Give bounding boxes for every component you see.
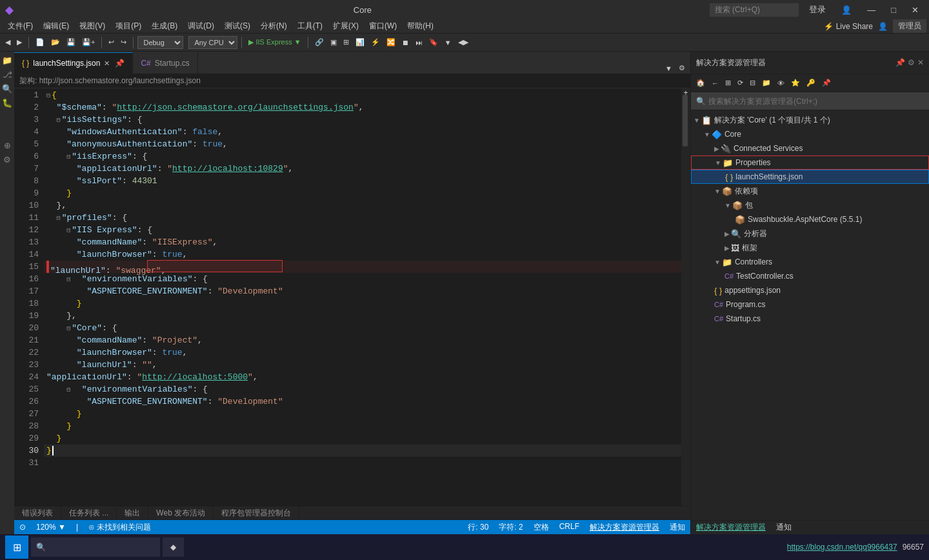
tree-arrow-core[interactable]: ▼ xyxy=(704,131,710,138)
status-col[interactable]: 字符: 2 xyxy=(499,522,523,533)
status-encoding[interactable]: CRLF xyxy=(559,522,579,533)
toolbar-more1[interactable]: ▣ xyxy=(328,37,339,48)
toolbar-more4[interactable]: ⚡ xyxy=(368,37,383,48)
close-button[interactable]: ✕ xyxy=(906,4,924,16)
sidebar-icon-git[interactable]: ⎇ xyxy=(1,68,13,80)
bottom-tab-errors[interactable]: 错误列表 xyxy=(14,506,61,519)
sidebar-icon-git2[interactable]: ⊕ xyxy=(1,139,13,151)
tree-testcontroller[interactable]: C# TestController.cs xyxy=(691,269,929,283)
tab-startup[interactable]: C# Startup.cs xyxy=(133,52,197,74)
tree-swashbuckle[interactable]: 📦 Swashbuckle.AspNetCore (5.5.1) xyxy=(691,212,929,226)
toolbar-more8[interactable]: 🔖 xyxy=(426,37,441,48)
admin-label[interactable]: 管理员 xyxy=(893,19,926,33)
toolbar-open[interactable]: 📂 xyxy=(48,37,63,48)
taskbar-start-button[interactable]: ⊞ xyxy=(5,535,28,559)
tree-arrow-properties[interactable]: ▼ xyxy=(715,159,721,166)
sol-tb-refresh[interactable]: ⟳ xyxy=(735,77,746,88)
fold-icon-6[interactable]: ⊟ xyxy=(66,151,70,163)
tree-arrow-analyzers[interactable]: ▶ xyxy=(724,230,730,237)
sidebar-icon-debug[interactable]: 🐛 xyxy=(1,97,13,108)
sol-tb-home[interactable]: 🏠 xyxy=(694,77,708,88)
toolbar-undo[interactable]: ↩ xyxy=(106,37,117,48)
minimize-button[interactable]: — xyxy=(862,4,881,16)
menu-help[interactable]: 帮助(H) xyxy=(402,19,439,33)
tree-frameworks[interactable]: ▶ 🖼 框架 xyxy=(691,241,929,255)
tab-pin-launch[interactable]: 📌 xyxy=(115,59,125,68)
toolbar-attach[interactable]: 🔗 xyxy=(312,37,326,48)
tab-new-btn[interactable]: ▼ xyxy=(663,63,675,74)
live-share-toolbar-btn[interactable]: ⚡ Live Share xyxy=(824,22,873,31)
toolbar-more7[interactable]: ⏭ xyxy=(413,37,425,48)
menu-view[interactable]: 视图(V) xyxy=(74,19,110,33)
toolbar-more2[interactable]: ⊞ xyxy=(341,37,352,48)
sol-close-btn[interactable]: ✕ xyxy=(917,58,924,67)
toolbar-save-all[interactable]: 💾+ xyxy=(79,37,97,48)
bottom-tab-tasks[interactable]: 任务列表 ... xyxy=(61,506,117,519)
toolbar-save[interactable]: 💾 xyxy=(64,37,78,48)
debug-config-dropdown[interactable]: Debug Release xyxy=(137,36,183,49)
editor-plus-btn[interactable]: + xyxy=(681,88,690,97)
menu-edit[interactable]: 编辑(E) xyxy=(38,19,74,33)
fold-icon-12[interactable]: ⊟ xyxy=(66,225,70,237)
menu-file[interactable]: 文件(F) xyxy=(3,19,38,33)
taskbar-search[interactable]: 🔍 xyxy=(31,537,160,557)
tree-arrow-controllers[interactable]: ▼ xyxy=(714,259,721,266)
notification-label[interactable]: 通知 xyxy=(776,522,792,533)
cpu-dropdown[interactable]: Any CPU x64 xyxy=(188,36,237,49)
menu-tools[interactable]: 工具(T) xyxy=(292,19,328,33)
search-box[interactable]: 搜索 (Ctrl+Q) xyxy=(710,3,799,17)
fold-icon-20[interactable]: ⊟ xyxy=(66,323,70,335)
status-notification[interactable]: 通知 xyxy=(670,522,685,533)
code-content[interactable]: ⊟{ "$schema": "http://json.schemastore.o… xyxy=(44,88,681,506)
sol-tb-pin[interactable]: 📌 xyxy=(819,77,834,88)
scroll-thumb[interactable] xyxy=(683,95,688,146)
maximize-button[interactable]: □ xyxy=(886,4,901,16)
menu-project[interactable]: 项目(P) xyxy=(110,19,146,33)
sidebar-icon-settings[interactable]: ⚙ xyxy=(1,154,13,165)
status-solution-explorer-link[interactable]: 解决方案资源管理器 xyxy=(590,522,659,533)
sol-tb-props[interactable]: 🔑 xyxy=(804,77,818,88)
toolbar-more6[interactable]: ⏹ xyxy=(399,37,412,48)
tree-arrow-packages[interactable]: ▼ xyxy=(724,202,731,209)
tree-program[interactable]: C# Program.cs xyxy=(691,297,929,312)
status-row[interactable]: 行: 30 xyxy=(468,522,488,533)
tree-appsettings[interactable]: { } appsettings.json xyxy=(691,283,929,297)
tree-solution-root[interactable]: ▼ 📋 解决方案 'Core' (1 个项目/共 1 个) xyxy=(691,113,929,127)
taskbar-vs-btn[interactable]: ◆ xyxy=(163,537,184,557)
sol-pin-btn[interactable]: 📌 xyxy=(895,58,905,67)
tab-close-launch[interactable]: ✕ xyxy=(104,59,110,68)
toolbar-forward[interactable]: ▶ xyxy=(14,37,25,48)
sol-tb-filter[interactable]: ⊞ xyxy=(723,77,734,88)
menu-analyze[interactable]: 分析(N) xyxy=(255,19,292,33)
toolbar-redo[interactable]: ↪ xyxy=(118,37,129,48)
tree-launch-settings[interactable]: { } launchSettings.json xyxy=(691,170,929,184)
tab-settings-btn[interactable]: ⚙ xyxy=(676,63,688,74)
fold-icon-1[interactable]: ⊟ xyxy=(46,90,50,102)
sol-tb-show-all[interactable]: 📁 xyxy=(759,77,774,88)
status-spaces[interactable]: 空格 xyxy=(534,522,549,533)
menu-window[interactable]: 窗口(W) xyxy=(364,19,402,33)
profile-icon[interactable]: 👤 xyxy=(836,4,857,16)
toolbar-more10[interactable]: ◀▶ xyxy=(455,37,471,48)
sidebar-icon-search[interactable]: 🔍 xyxy=(1,83,13,94)
toolbar-more3[interactable]: 📊 xyxy=(353,37,367,48)
tree-packages[interactable]: ▼ 📦 包 xyxy=(691,198,929,212)
tree-connected-services[interactable]: ▶ 🔌 Connected Services xyxy=(691,141,929,155)
fold-icon-16[interactable]: ⊟ xyxy=(66,274,70,286)
login-button[interactable]: 登录 xyxy=(804,3,831,17)
fold-icon-25[interactable]: ⊟ xyxy=(66,384,70,396)
sidebar-icon-explorer[interactable]: 📁 xyxy=(1,54,13,66)
sol-tb-collapse[interactable]: ⊟ xyxy=(747,77,758,88)
tree-properties[interactable]: ▼ 📁 Properties xyxy=(691,155,929,170)
tree-controllers[interactable]: ▼ 📁 Controllers xyxy=(691,255,929,269)
toolbar-new[interactable]: 📄 xyxy=(33,37,47,48)
sol-tb-back[interactable]: ← xyxy=(709,78,721,88)
person-icon[interactable]: 👤 xyxy=(878,22,888,31)
run-button[interactable]: ▶ IIS Express ▼ xyxy=(246,37,303,48)
fold-icon-3[interactable]: ⊟ xyxy=(57,114,61,126)
solution-status-link[interactable]: 解决方案资源管理器 xyxy=(696,522,766,533)
solution-search-input[interactable] xyxy=(708,97,924,106)
sol-tb-star[interactable]: ⭐ xyxy=(788,77,803,88)
tree-arrow-solution[interactable]: ▼ xyxy=(694,117,700,124)
sol-tb-view[interactable]: 👁 xyxy=(775,78,787,88)
